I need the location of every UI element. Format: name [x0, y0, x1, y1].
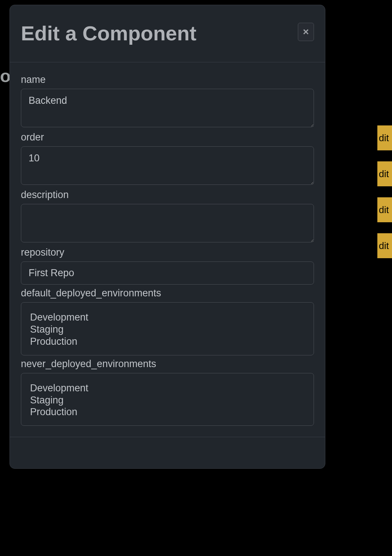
description-input[interactable] [21, 204, 314, 242]
field-group-order: order [21, 132, 314, 186]
multi-option[interactable]: Production [30, 406, 305, 418]
background-edit-buttons: dit dit dit dit [377, 125, 392, 258]
multi-option[interactable]: Development [30, 382, 305, 394]
never-deployed-environments-label: never_deployed_environments [21, 358, 314, 370]
modal-footer [10, 437, 325, 468]
edit-component-modal: Edit a Component × name order descriptio… [10, 5, 325, 469]
edit-button[interactable]: dit [377, 233, 392, 258]
field-group-default-deployed-environments: default_deployed_environments Developmen… [21, 288, 314, 355]
name-label: name [21, 74, 314, 85]
repository-select[interactable] [21, 261, 314, 285]
description-label: description [21, 189, 314, 201]
multi-option[interactable]: Staging [30, 394, 305, 406]
edit-button[interactable]: dit [377, 197, 392, 222]
close-button[interactable]: × [298, 23, 314, 41]
multi-option[interactable]: Development [30, 311, 305, 323]
name-input[interactable] [21, 89, 314, 127]
modal-body: name order description repository defaul… [10, 62, 325, 438]
modal-title: Edit a Component [21, 23, 196, 44]
multi-option[interactable]: Staging [30, 323, 305, 336]
default-deployed-environments-label: default_deployed_environments [21, 288, 314, 299]
never-deployed-environments-select[interactable]: Development Staging Production [21, 373, 314, 426]
order-label: order [21, 132, 314, 143]
order-input[interactable] [21, 146, 314, 185]
edit-button[interactable]: dit [377, 161, 392, 186]
field-group-never-deployed-environments: never_deployed_environments Development … [21, 358, 314, 426]
multi-option[interactable]: Production [30, 336, 305, 348]
field-group-name: name [21, 74, 314, 129]
close-icon: × [303, 26, 309, 38]
edit-button[interactable]: dit [377, 125, 392, 150]
field-group-description: description [21, 189, 314, 244]
modal-header: Edit a Component × [10, 5, 325, 62]
field-group-repository: repository [21, 247, 314, 285]
repository-label: repository [21, 247, 314, 258]
default-deployed-environments-select[interactable]: Development Staging Production [21, 302, 314, 355]
